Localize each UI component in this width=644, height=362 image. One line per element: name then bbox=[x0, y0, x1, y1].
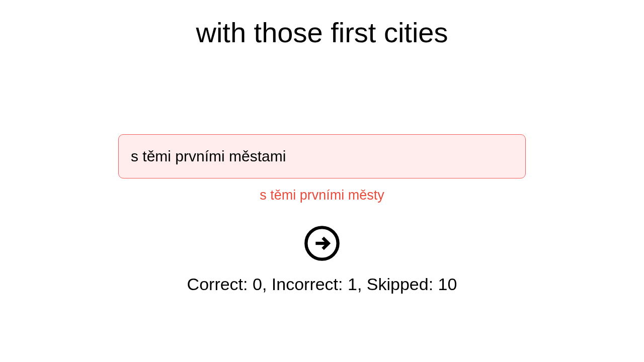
quiz-prompt: with those first cities bbox=[196, 16, 448, 49]
stats-text: Correct: 0, Incorrect: 1, Skipped: 10 bbox=[187, 275, 457, 294]
correction-text: s těmi prvními městy bbox=[260, 188, 384, 203]
stats-correct-value: 0 bbox=[253, 275, 262, 294]
stats-incorrect-label: Incorrect bbox=[272, 275, 338, 294]
stats-skipped-label: Skipped bbox=[367, 275, 429, 294]
stats-incorrect-value: 1 bbox=[348, 275, 357, 294]
next-button[interactable] bbox=[303, 224, 341, 262]
answer-input-container bbox=[118, 134, 526, 178]
answer-input[interactable] bbox=[118, 134, 526, 178]
stats-correct-label: Correct bbox=[187, 275, 243, 294]
stats-skipped-value: 10 bbox=[438, 275, 457, 294]
arrow-right-circle-icon bbox=[303, 224, 341, 262]
